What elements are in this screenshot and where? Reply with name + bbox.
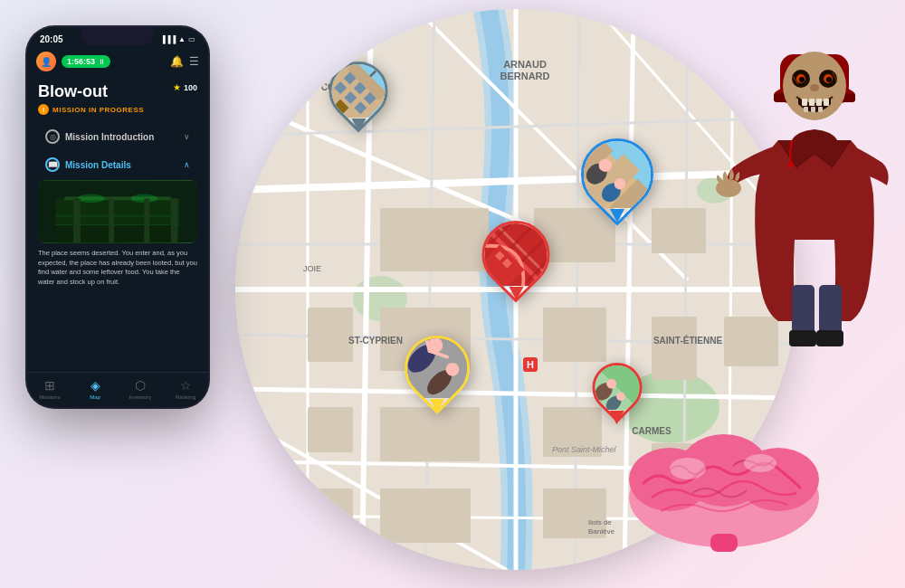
svg-text:Pont Saint-Michel: Pont Saint-Michel bbox=[552, 445, 617, 454]
battery-icon: ▭ bbox=[188, 35, 195, 43]
inventory-nav-icon: ⬡ bbox=[135, 378, 146, 393]
svg-rect-107 bbox=[109, 198, 114, 242]
phone-notch bbox=[81, 27, 154, 45]
svg-text:JOIE: JOIE bbox=[303, 264, 321, 273]
svg-rect-109 bbox=[171, 198, 178, 242]
zombie-illustration bbox=[715, 14, 905, 357]
phone-screen: 20:05 ▐▐▐ ▲ ▭ 👤 1:56:53 ⏸ 🔔 ☰ bbox=[27, 27, 208, 407]
mission-image bbox=[38, 180, 197, 243]
mission-description: The place seems deserted. You enter and,… bbox=[38, 249, 197, 287]
app-content: Blow-out MISSION IN PROGRESS ★ 100 ◎ Mis bbox=[27, 75, 208, 372]
pause-icon[interactable]: ⏸ bbox=[98, 58, 105, 66]
svg-point-121 bbox=[810, 84, 819, 91]
mission-intro-label: Mission Introduction bbox=[65, 132, 154, 142]
inventory-nav-label: Inventory bbox=[129, 394, 152, 400]
svg-rect-133 bbox=[816, 330, 843, 346]
mission-introduction-item[interactable]: ◎ Mission Introduction ∨ bbox=[38, 124, 197, 149]
svg-point-119 bbox=[799, 77, 805, 82]
svg-point-120 bbox=[826, 77, 832, 82]
svg-rect-29 bbox=[543, 308, 606, 362]
status-time: 20:05 bbox=[40, 34, 63, 44]
nav-inventory[interactable]: ⬡ Inventory bbox=[118, 378, 163, 400]
red-map-pin[interactable] bbox=[482, 221, 550, 300]
avatar[interactable]: 👤 bbox=[36, 52, 56, 71]
svg-text:Ilots de: Ilots de bbox=[588, 518, 612, 526]
missions-nav-label: Missions bbox=[39, 394, 60, 400]
svg-text:ST-CYPRIEN: ST-CYPRIEN bbox=[348, 336, 403, 346]
book-icon: 📖 bbox=[45, 157, 60, 172]
svg-text:H: H bbox=[527, 359, 534, 370]
map-nav-label: Map bbox=[90, 394, 100, 400]
blue-map-pin[interactable] bbox=[581, 138, 653, 223]
svg-rect-24 bbox=[380, 208, 489, 271]
chevron-up-icon: ∧ bbox=[184, 160, 190, 169]
star-icon: ★ bbox=[173, 82, 181, 92]
svg-rect-122 bbox=[802, 99, 807, 106]
svg-text:SAINT-ÉTIENNE: SAINT-ÉTIENNE bbox=[653, 335, 722, 346]
bottom-nav: ⊞ Missions ◈ Map ⬡ Inventory ☆ Ranking bbox=[27, 372, 208, 407]
nav-map[interactable]: ◈ Map bbox=[72, 378, 118, 400]
svg-rect-35 bbox=[308, 488, 353, 543]
svg-rect-27 bbox=[308, 308, 353, 362]
svg-rect-126 bbox=[804, 107, 808, 112]
top-bar-right: 🔔 ☰ bbox=[170, 55, 199, 68]
svg-text:Banlève: Banlève bbox=[588, 527, 614, 536]
svg-rect-33 bbox=[652, 317, 697, 380]
nav-missions[interactable]: ⊞ Missions bbox=[27, 378, 72, 400]
ranking-nav-icon: ☆ bbox=[180, 378, 192, 393]
signal-icon: ▐▐▐ bbox=[160, 35, 176, 43]
star-count: 100 bbox=[184, 83, 197, 92]
location-icon: ◎ bbox=[45, 129, 60, 144]
svg-point-139 bbox=[670, 458, 706, 479]
wifi-icon: ▲ bbox=[178, 35, 186, 43]
mission-details-item[interactable]: 📖 Mission Details ∧ bbox=[38, 152, 197, 177]
svg-text:ARNAUD: ARNAUD bbox=[503, 59, 547, 70]
timer-badge[interactable]: 1:56:53 ⏸ bbox=[62, 55, 110, 68]
top-bar: 👤 1:56:53 ⏸ 🔔 ☰ bbox=[27, 48, 208, 75]
svg-rect-127 bbox=[811, 107, 815, 112]
svg-point-134 bbox=[788, 162, 794, 167]
svg-rect-26 bbox=[652, 208, 706, 253]
missions-nav-icon: ⊞ bbox=[44, 378, 55, 393]
status-dot bbox=[38, 104, 49, 115]
ranking-nav-label: Ranking bbox=[176, 394, 195, 400]
mission-title: Blow-out bbox=[38, 82, 144, 101]
scene: H H Pont Saint-Michel ARNAUD BERNARD COM… bbox=[0, 0, 905, 588]
chevron-down-icon: ∨ bbox=[184, 132, 190, 141]
stars-badge: ★ 100 bbox=[173, 82, 197, 92]
phone: 20:05 ▐▐▐ ▲ ▭ 👤 1:56:53 ⏸ 🔔 ☰ bbox=[27, 27, 208, 407]
svg-rect-125 bbox=[824, 99, 829, 106]
mission-status: MISSION IN PROGRESS bbox=[38, 104, 144, 115]
yellow-map-pin[interactable] bbox=[405, 336, 470, 413]
svg-rect-36 bbox=[380, 488, 471, 543]
svg-rect-123 bbox=[809, 99, 814, 106]
svg-point-101 bbox=[78, 194, 104, 203]
svg-rect-31 bbox=[380, 407, 480, 461]
bell-icon[interactable]: 🔔 bbox=[170, 55, 184, 68]
svg-rect-128 bbox=[818, 107, 823, 112]
map-nav-icon: ◈ bbox=[90, 378, 100, 393]
svg-point-102 bbox=[131, 194, 157, 203]
svg-rect-141 bbox=[710, 534, 738, 552]
status-icons: ▐▐▐ ▲ ▭ bbox=[160, 35, 195, 43]
hamburger-menu-icon[interactable]: ☰ bbox=[189, 55, 199, 68]
svg-rect-132 bbox=[789, 330, 816, 346]
svg-rect-30 bbox=[308, 407, 353, 452]
status-text: MISSION IN PROGRESS bbox=[52, 106, 144, 114]
nav-ranking[interactable]: ☆ Ranking bbox=[163, 378, 208, 400]
svg-point-140 bbox=[744, 454, 776, 472]
timer-text: 1:56:53 bbox=[67, 57, 95, 66]
svg-rect-124 bbox=[816, 99, 822, 106]
svg-text:BERNARD: BERNARD bbox=[500, 71, 550, 81]
mission-details-label: Mission Details bbox=[65, 160, 131, 170]
svg-rect-106 bbox=[73, 198, 81, 242]
building-map-pin[interactable] bbox=[329, 62, 388, 132]
svg-rect-108 bbox=[144, 198, 149, 242]
brain-illustration bbox=[615, 398, 833, 561]
